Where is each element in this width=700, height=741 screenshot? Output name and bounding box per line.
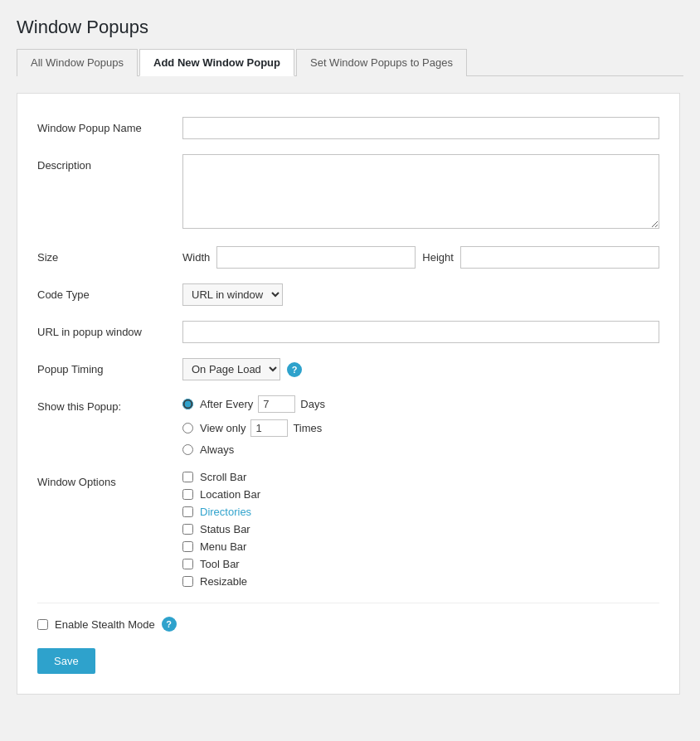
checkbox-item-resizable: Resizable [182, 575, 659, 588]
popup-timing-help-icon[interactable]: ? [287, 362, 302, 377]
radio-item-after-every: After Every Days [182, 395, 659, 413]
popup-timing-label: Popup Timing [37, 358, 182, 375]
popup-timing-row: Popup Timing On Page Load On Exit After … [37, 358, 659, 380]
window-options-wrapper: Scroll Bar Location Bar Directories Stat… [182, 471, 659, 588]
size-inputs-wrapper: Width Height [182, 246, 659, 269]
description-label: Description [37, 154, 182, 172]
show-popup-row: Show this Popup: After Every Days View [37, 395, 659, 456]
radio-item-always: Always [182, 443, 659, 456]
height-input[interactable] [460, 246, 659, 269]
stealth-mode-label: Enable Stealth Mode [55, 618, 155, 631]
radio-always[interactable] [182, 444, 193, 455]
show-popup-radio-group: After Every Days View only Times [182, 395, 659, 456]
width-input[interactable] [216, 246, 416, 269]
checkbox-scroll-bar[interactable] [182, 472, 193, 482]
divider [37, 603, 659, 603]
radio-always-label: Always [200, 443, 234, 456]
stealth-mode-help-icon[interactable]: ? [162, 617, 177, 632]
size-row: Size Width Height [37, 246, 659, 269]
popup-name-row: Window Popup Name [37, 117, 659, 139]
url-input[interactable] [182, 321, 659, 343]
checkbox-tool-bar[interactable] [182, 559, 193, 569]
checkbox-item-tool-bar: Tool Bar [182, 558, 659, 570]
main-card: Window Popup Name Description Size Width… [17, 93, 680, 695]
tool-bar-label: Tool Bar [200, 558, 240, 570]
after-every-value-input[interactable] [258, 395, 295, 413]
window-options-checkbox-group: Scroll Bar Location Bar Directories Stat… [182, 471, 659, 588]
window-options-label: Window Options [37, 471, 182, 488]
code-type-row: Code Type URL in window HTML Code JavaSc… [37, 283, 659, 306]
width-label: Width [182, 251, 210, 264]
checkbox-item-directories: Directories [182, 506, 659, 518]
code-type-select[interactable]: URL in window HTML Code JavaScript [182, 283, 283, 306]
view-only-text: View only [200, 422, 245, 434]
scroll-bar-label: Scroll Bar [200, 471, 246, 483]
checkbox-item-menu-bar: Menu Bar [182, 540, 659, 553]
always-text: Always [200, 443, 234, 456]
checkbox-resizable[interactable] [182, 576, 193, 587]
checkbox-status-bar[interactable] [182, 524, 193, 535]
radio-after-every[interactable] [182, 399, 193, 409]
menu-bar-label: Menu Bar [200, 540, 246, 553]
after-every-unit: Days [300, 398, 325, 410]
view-only-value-input[interactable] [250, 419, 288, 437]
location-bar-label: Location Bar [200, 488, 260, 501]
popup-name-input[interactable] [182, 117, 659, 139]
tabs-bar: All Window Popups Add New Window Popup S… [17, 48, 683, 76]
checkbox-item-status-bar: Status Bar [182, 523, 659, 535]
radio-view-only[interactable] [182, 423, 193, 433]
radio-after-every-label: After Every Days [200, 395, 325, 413]
radio-item-view-only: View only Times [182, 419, 659, 437]
tab-set-window-popups-to-pages[interactable]: Set Window Popups to Pages [296, 49, 467, 76]
size-label: Size [37, 246, 182, 264]
checkbox-location-bar[interactable] [182, 489, 193, 500]
checkbox-item-location-bar: Location Bar [182, 488, 659, 501]
status-bar-label: Status Bar [200, 523, 250, 535]
url-row: URL in popup window [37, 321, 659, 343]
code-type-label: Code Type [37, 283, 182, 301]
url-field-wrapper [182, 321, 659, 343]
description-textarea[interactable] [182, 154, 659, 229]
checkbox-stealth-mode[interactable] [37, 619, 48, 630]
url-label: URL in popup window [37, 321, 182, 338]
tab-add-new-window-popup[interactable]: Add New Window Popup [139, 49, 294, 76]
directories-label: Directories [200, 506, 251, 518]
popup-timing-wrapper: On Page Load On Exit After Delay ? [182, 358, 659, 380]
tab-all-window-popups[interactable]: All Window Popups [17, 49, 138, 76]
checkbox-item-scroll-bar: Scroll Bar [182, 471, 659, 483]
save-button[interactable]: Save [37, 648, 95, 674]
stealth-mode-row: Enable Stealth Mode ? [37, 617, 659, 632]
code-type-wrapper: URL in window HTML Code JavaScript [182, 283, 659, 306]
popup-name-field-wrapper [182, 117, 659, 139]
description-field-wrapper [182, 154, 659, 231]
view-only-unit: Times [293, 422, 322, 434]
show-popup-label: Show this Popup: [37, 395, 182, 413]
radio-view-only-label: View only Times [200, 419, 322, 437]
height-label: Height [422, 251, 454, 264]
popup-name-label: Window Popup Name [37, 117, 182, 134]
after-every-text: After Every [200, 398, 253, 410]
popup-timing-select[interactable]: On Page Load On Exit After Delay [182, 358, 280, 380]
checkbox-menu-bar[interactable] [182, 541, 193, 552]
resizable-label: Resizable [200, 575, 247, 588]
show-popup-wrapper: After Every Days View only Times [182, 395, 659, 456]
page-title: Window Popups [17, 17, 683, 38]
description-row: Description [37, 154, 659, 231]
window-options-row: Window Options Scroll Bar Location Bar D… [37, 471, 659, 588]
checkbox-directories[interactable] [182, 506, 193, 517]
